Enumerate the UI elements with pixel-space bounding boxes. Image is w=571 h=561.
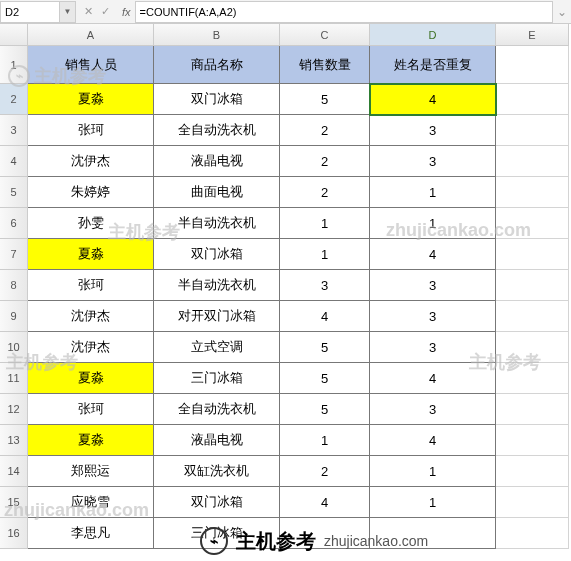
cell[interactable]: 3 xyxy=(370,270,496,301)
cell[interactable] xyxy=(496,425,569,456)
cell[interactable] xyxy=(496,208,569,239)
cell[interactable] xyxy=(496,332,569,363)
row-header[interactable]: 10 xyxy=(0,332,28,363)
cell[interactable]: 3 xyxy=(370,332,496,363)
cell[interactable]: 张珂 xyxy=(28,394,154,425)
cell[interactable]: 朱婷婷 xyxy=(28,177,154,208)
name-box-dropdown[interactable]: ▼ xyxy=(60,1,76,23)
cell[interactable]: 3 xyxy=(280,270,370,301)
cell[interactable]: 双门冰箱 xyxy=(154,239,280,270)
cell[interactable] xyxy=(496,84,569,115)
cell[interactable]: 5 xyxy=(280,84,370,115)
cell[interactable]: 沈伊杰 xyxy=(28,332,154,363)
cell[interactable]: 夏淼 xyxy=(28,363,154,394)
cell[interactable]: 对开双门冰箱 xyxy=(154,301,280,332)
row-header[interactable]: 13 xyxy=(0,425,28,456)
row-header[interactable]: 11 xyxy=(0,363,28,394)
cell[interactable] xyxy=(496,270,569,301)
row-header[interactable]: 2 xyxy=(0,84,28,115)
cell[interactable]: 1 xyxy=(280,239,370,270)
cell[interactable]: 半自动洗衣机 xyxy=(154,208,280,239)
cell[interactable] xyxy=(496,394,569,425)
cell[interactable]: 三门冰箱 xyxy=(154,363,280,394)
cell[interactable] xyxy=(496,177,569,208)
cell[interactable]: 5 xyxy=(280,332,370,363)
formula-input[interactable]: =COUNTIF(A:A,A2) xyxy=(135,1,553,23)
col-header-D[interactable]: D xyxy=(370,24,496,46)
cell[interactable]: 3 xyxy=(370,394,496,425)
row-header[interactable]: 7 xyxy=(0,239,28,270)
cell[interactable]: 郑熙运 xyxy=(28,456,154,487)
cell[interactable]: 全自动洗衣机 xyxy=(154,115,280,146)
row-header[interactable]: 16 xyxy=(0,518,28,549)
cell[interactable]: 4 xyxy=(370,84,496,115)
cell[interactable]: 4 xyxy=(370,239,496,270)
name-box[interactable]: D2 xyxy=(0,1,60,23)
cell[interactable]: 2 xyxy=(280,456,370,487)
col-header-B[interactable]: B xyxy=(154,24,280,46)
cell[interactable]: 5 xyxy=(280,363,370,394)
cell[interactable]: 3 xyxy=(370,115,496,146)
cell[interactable]: 3 xyxy=(370,301,496,332)
formula-expand-icon[interactable]: ⌄ xyxy=(553,5,571,19)
cell[interactable]: 半自动洗衣机 xyxy=(154,270,280,301)
fx-icon[interactable]: fx xyxy=(118,6,135,18)
cell[interactable] xyxy=(496,301,569,332)
row-header[interactable]: 3 xyxy=(0,115,28,146)
cell[interactable]: 液晶电视 xyxy=(154,146,280,177)
cell[interactable]: 双缸洗衣机 xyxy=(154,456,280,487)
cell[interactable]: 沈伊杰 xyxy=(28,301,154,332)
row-header[interactable]: 14 xyxy=(0,456,28,487)
cell[interactable]: 4 xyxy=(280,301,370,332)
cell[interactable] xyxy=(496,239,569,270)
cell[interactable]: 双门冰箱 xyxy=(154,487,280,518)
cell[interactable]: 4 xyxy=(280,487,370,518)
cell[interactable]: 夏淼 xyxy=(28,425,154,456)
cell[interactable]: 液晶电视 xyxy=(154,425,280,456)
row-header[interactable]: 5 xyxy=(0,177,28,208)
col-header-A[interactable]: A xyxy=(28,24,154,46)
row-header[interactable]: 9 xyxy=(0,301,28,332)
col-header-C[interactable]: C xyxy=(280,24,370,46)
cell[interactable]: 夏淼 xyxy=(28,84,154,115)
cell[interactable] xyxy=(496,146,569,177)
cell[interactable] xyxy=(496,115,569,146)
cell[interactable]: 5 xyxy=(280,394,370,425)
cell[interactable]: 夏淼 xyxy=(28,239,154,270)
cell[interactable]: 1 xyxy=(370,208,496,239)
cell[interactable]: 4 xyxy=(370,363,496,394)
col-header-E[interactable]: E xyxy=(496,24,569,46)
cell[interactable]: 孙雯 xyxy=(28,208,154,239)
row-header[interactable]: 12 xyxy=(0,394,28,425)
row-header[interactable]: 6 xyxy=(0,208,28,239)
cell[interactable]: 应晓雪 xyxy=(28,487,154,518)
cell[interactable]: 李思凡 xyxy=(28,518,154,549)
row-header[interactable]: 8 xyxy=(0,270,28,301)
cell[interactable]: 张珂 xyxy=(28,270,154,301)
cell[interactable] xyxy=(496,363,569,394)
cell[interactable]: 4 xyxy=(370,425,496,456)
row-header[interactable]: 4 xyxy=(0,146,28,177)
cell[interactable]: 1 xyxy=(370,456,496,487)
cell[interactable]: 姓名是否重复 xyxy=(370,46,496,84)
cell[interactable]: 2 xyxy=(280,115,370,146)
cell[interactable] xyxy=(496,487,569,518)
select-all-corner[interactable] xyxy=(0,24,28,46)
cancel-formula-icon[interactable]: ✕ xyxy=(84,5,93,18)
cell[interactable] xyxy=(496,518,569,549)
cell[interactable]: 张珂 xyxy=(28,115,154,146)
row-header[interactable]: 15 xyxy=(0,487,28,518)
cell[interactable]: 全自动洗衣机 xyxy=(154,394,280,425)
cell[interactable]: 1 xyxy=(370,487,496,518)
cell[interactable]: 沈伊杰 xyxy=(28,146,154,177)
cell[interactable]: 2 xyxy=(280,177,370,208)
cell[interactable]: 销售人员 xyxy=(28,46,154,84)
cell[interactable]: 1 xyxy=(280,208,370,239)
cell[interactable]: 1 xyxy=(280,425,370,456)
cell[interactable]: 2 xyxy=(280,146,370,177)
confirm-formula-icon[interactable]: ✓ xyxy=(101,5,110,18)
cell[interactable]: 曲面电视 xyxy=(154,177,280,208)
row-header[interactable]: 1 xyxy=(0,46,28,84)
cell[interactable]: 1 xyxy=(370,177,496,208)
cell[interactable]: 商品名称 xyxy=(154,46,280,84)
